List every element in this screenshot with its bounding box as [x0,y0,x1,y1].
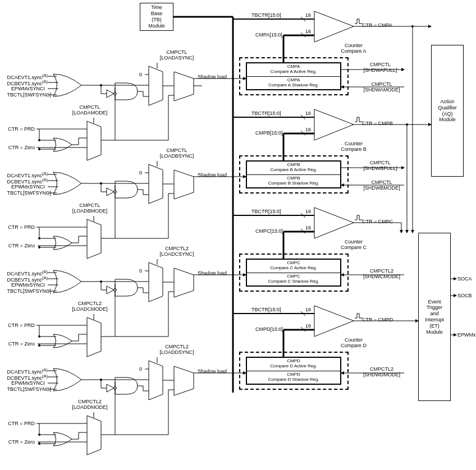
svg-marker-156 [149,361,163,400]
svg-marker-160 [174,366,194,395]
shapes-d [0,0,476,470]
svg-marker-158 [87,416,101,455]
